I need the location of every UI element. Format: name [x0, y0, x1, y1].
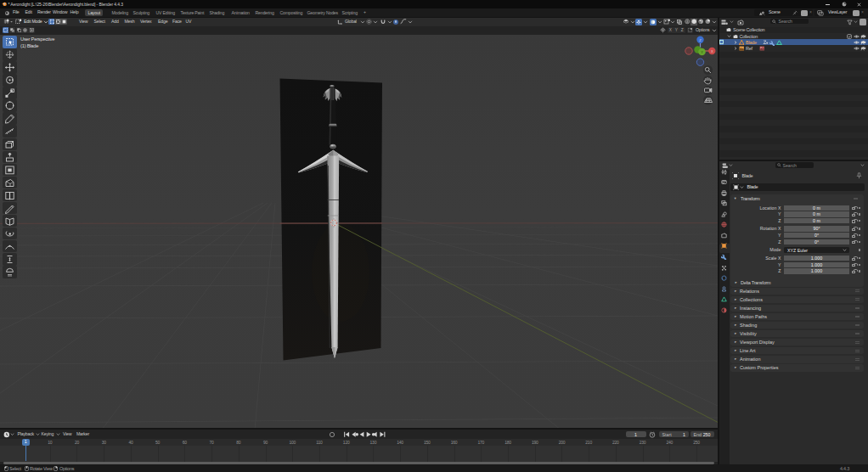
svg-text:Y: Y — [701, 49, 703, 53]
svg-text:X: X — [711, 48, 713, 53]
